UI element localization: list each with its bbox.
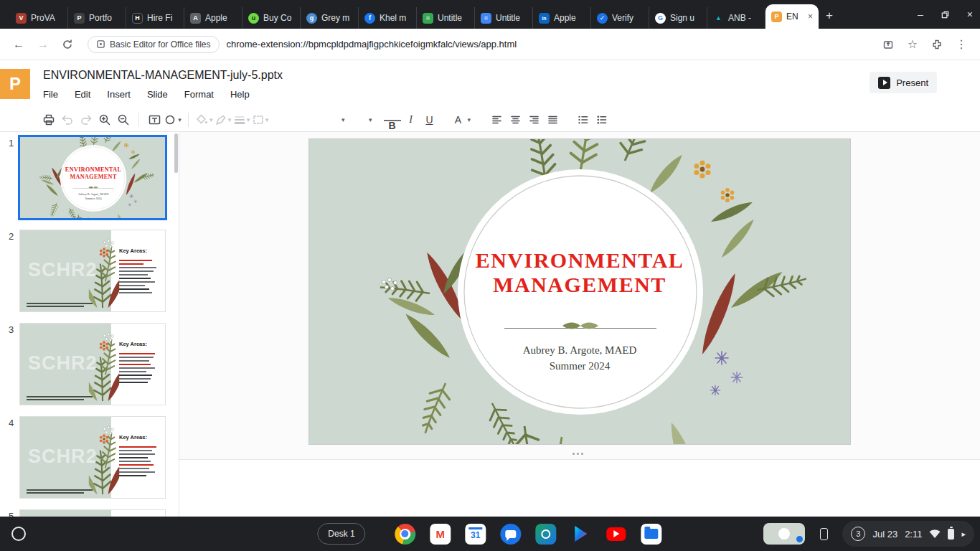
underline-button[interactable]: U xyxy=(421,110,438,129)
chrome-icon[interactable] xyxy=(394,522,417,545)
align-center-icon[interactable] xyxy=(507,110,524,129)
slide-thumbnail-2[interactable]: SCHR2 Key Areas: xyxy=(19,230,166,312)
font-size-select[interactable]: ▾ xyxy=(347,111,372,128)
close-window-button[interactable]: × xyxy=(967,9,973,20)
browser-tab[interactable]: PPortfo xyxy=(68,7,126,29)
align-right-icon[interactable] xyxy=(525,110,542,129)
menu-help[interactable]: Help xyxy=(230,89,250,100)
desk-button[interactable]: Desk 1 xyxy=(317,523,365,545)
slide-title[interactable]: ENVIRONMENTALMANAGEMENT xyxy=(309,248,850,297)
tab-label: Verify xyxy=(612,13,643,23)
browser-tab[interactable]: ≡Untitle xyxy=(475,7,533,29)
share-icon[interactable] xyxy=(878,34,898,55)
browser-tab-active[interactable]: P EN × xyxy=(765,4,819,29)
align-left-icon[interactable] xyxy=(488,110,505,129)
extension-chip[interactable]: Basic Editor for Office files xyxy=(88,36,220,53)
browser-menu-icon[interactable]: ⋮ xyxy=(951,34,971,55)
tab-label: Khel m xyxy=(380,13,410,23)
browser-tab[interactable]: ≡Untitle xyxy=(417,7,475,29)
browser-tab[interactable]: VProVA xyxy=(10,7,68,29)
tab-favicon: f xyxy=(364,13,375,24)
status-tray[interactable]: 3 Jul 23 2:11 ▸ xyxy=(842,521,974,547)
bold-button[interactable]: B xyxy=(384,110,401,129)
browser-toolbar: ← → Basic Editor for Office files chrome… xyxy=(0,29,980,60)
thumb-footnote-lines xyxy=(27,488,93,494)
browser-tab[interactable]: ▲ANB - xyxy=(707,7,765,29)
line-weight-icon[interactable]: ▾ xyxy=(233,110,250,129)
slide-thumbnail-4[interactable]: SCHR2 Key Areas: xyxy=(19,416,166,499)
tab-close-icon[interactable]: × xyxy=(808,11,813,22)
minimize-button[interactable]: – xyxy=(918,9,923,20)
botanical-sprig xyxy=(88,420,120,496)
calendar-icon[interactable]: 31 xyxy=(464,522,487,545)
print-icon[interactable] xyxy=(40,110,57,129)
panel-scrollbar[interactable] xyxy=(174,133,178,173)
extensions-puzzle-icon[interactable] xyxy=(927,34,947,55)
border-style-icon[interactable]: ▾ xyxy=(252,110,269,129)
font-family-select[interactable]: ▾ xyxy=(289,111,345,128)
screen-capture-preview[interactable] xyxy=(763,523,805,545)
messages-icon[interactable] xyxy=(499,522,522,545)
camera-icon[interactable] xyxy=(534,522,557,545)
tab-favicon: G xyxy=(655,13,666,24)
format-toolbar: ▾ ▾ ▾ ▾ ▾ ▾ ▾ B I U A▾ xyxy=(0,108,980,132)
browser-tab[interactable]: inApple xyxy=(533,7,591,29)
restore-button[interactable] xyxy=(941,10,950,19)
slide-number: 3 xyxy=(0,323,19,405)
document-title[interactable]: ENVIRONMENTAL-MANAGEMENT-july-5.pptx xyxy=(43,69,283,82)
present-button[interactable]: Present xyxy=(870,72,937,93)
italic-button[interactable]: I xyxy=(402,110,420,129)
fill-color-icon[interactable]: ▾ xyxy=(195,110,213,129)
botanical-sprig xyxy=(88,326,120,402)
thumb-heading: Key Areas: xyxy=(119,248,147,254)
bookmark-star-icon[interactable]: ☆ xyxy=(903,34,923,55)
slide-canvas[interactable]: ENVIRONMENTALMANAGEMENT Aubrey B. Argote… xyxy=(179,132,980,517)
slide-author[interactable]: Aubrey B. Argote, MAED xyxy=(309,344,850,357)
new-tab-button[interactable]: + xyxy=(819,9,842,29)
launcher-button[interactable] xyxy=(11,527,26,541)
thumb-body-lines xyxy=(119,258,156,293)
phone-hub-icon[interactable] xyxy=(812,522,835,545)
zoom-out-icon[interactable] xyxy=(115,110,132,129)
menu-file[interactable]: File xyxy=(43,89,58,100)
slide-thumbnail-1[interactable]: ENVIRONMENTALMANAGEMENT Aubrey B. Argote… xyxy=(19,136,166,219)
menu-edit[interactable]: Edit xyxy=(75,89,90,100)
slide-thumbnail-3[interactable]: SCHR2 Key Areas: xyxy=(19,323,166,405)
browser-tab[interactable]: AApple xyxy=(184,7,242,29)
numbered-list-icon[interactable] xyxy=(574,110,591,129)
reload-icon[interactable] xyxy=(57,34,77,55)
undo-icon[interactable] xyxy=(59,110,76,129)
menu-slide[interactable]: Slide xyxy=(147,89,168,100)
youtube-icon[interactable] xyxy=(605,522,628,545)
browser-tab[interactable]: GSign u xyxy=(649,7,707,29)
shape-icon[interactable]: ▾ xyxy=(164,110,182,129)
menu-insert[interactable]: Insert xyxy=(107,89,131,100)
browser-tab[interactable]: fKhel m xyxy=(359,7,417,29)
menu-format[interactable]: Format xyxy=(184,89,214,100)
zoom-in-icon[interactable] xyxy=(96,110,113,129)
play-store-icon[interactable] xyxy=(570,522,593,545)
tab-label: EN xyxy=(786,11,802,22)
url-text[interactable]: chrome-extension://bpmcpldpdmajfigpchkic… xyxy=(227,39,517,50)
forward-icon[interactable]: → xyxy=(33,34,53,55)
browser-tab[interactable]: uBuy Co xyxy=(242,7,301,29)
omnibox[interactable]: Basic Editor for Office files chrome-ext… xyxy=(88,34,868,55)
thumb-body-lines xyxy=(119,351,155,383)
redo-icon[interactable] xyxy=(77,110,95,129)
back-icon[interactable]: ← xyxy=(9,34,29,55)
browser-tab[interactable]: HHire Fi xyxy=(126,7,184,29)
canvas-resize-handle[interactable] xyxy=(573,453,587,455)
slide-thumbnail-5[interactable] xyxy=(19,509,166,517)
browser-tab[interactable]: gGrey m xyxy=(301,7,359,29)
text-color-button[interactable]: A▾ xyxy=(450,110,471,129)
border-color-icon[interactable]: ▾ xyxy=(215,110,232,129)
slide-term[interactable]: Summer 2024 xyxy=(309,360,850,372)
text-box-icon[interactable] xyxy=(146,110,163,129)
align-justify-icon[interactable] xyxy=(544,110,561,129)
files-icon[interactable] xyxy=(640,522,663,545)
bulleted-list-icon[interactable] xyxy=(593,110,610,129)
browser-tab-strip: VProVA PPortfo HHire Fi AApple uBuy Co g… xyxy=(0,0,980,29)
browser-tab[interactable]: ✓Verify xyxy=(591,7,649,29)
gmail-icon[interactable]: M xyxy=(429,522,452,545)
current-slide[interactable]: ENVIRONMENTALMANAGEMENT Aubrey B. Argote… xyxy=(308,138,851,445)
